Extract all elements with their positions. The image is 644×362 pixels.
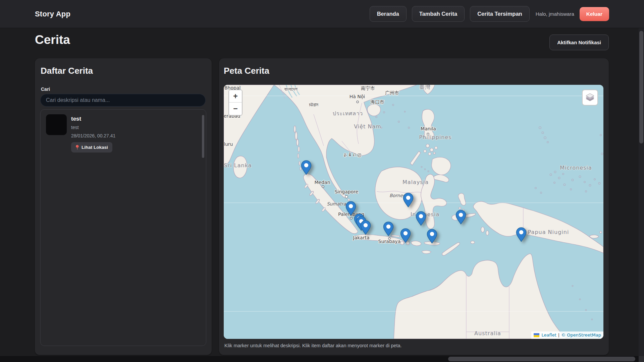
- app-title: Story App: [35, 10, 70, 18]
- story-title: test: [71, 116, 115, 122]
- map-label: Việt Nam: [354, 123, 381, 130]
- map-label: ประเทศลาว: [333, 110, 363, 117]
- map-label: Jakarta: [353, 235, 370, 240]
- map-label: Malaysia: [402, 179, 429, 185]
- city-dot: [357, 101, 359, 103]
- vertical-scrollbar[interactable]: [639, 28, 644, 356]
- story-date: 28/01/2026, 00.27.41: [71, 133, 115, 138]
- map-label: Sumatra: [327, 201, 346, 206]
- map-canvas: Bhopalerabadluruবাংলাদেশচট্টগ্রামHà Nội南…: [224, 85, 603, 339]
- map-label: 海口市: [370, 99, 384, 105]
- map-label: 广州市: [385, 90, 399, 96]
- map-panel: Peta Cerita: [219, 58, 609, 355]
- map-label: চট্টগ্রাম: [309, 102, 318, 107]
- map-label: Micronesia: [560, 165, 592, 171]
- map-label: ភ្នំពេញ: [343, 152, 362, 158]
- zoom-out-button[interactable]: −: [229, 103, 242, 115]
- map-label: Papua Niugini: [528, 229, 569, 235]
- vertical-scrollbar-thumb[interactable]: [639, 31, 643, 143]
- story-description: test: [71, 125, 115, 130]
- nav-beranda-button[interactable]: Beranda: [370, 6, 407, 22]
- map-layers-control[interactable]: [582, 89, 598, 106]
- map-label: Medan: [314, 180, 330, 185]
- story-list-panel: Daftar Cerita Cari test test 28/01/2026,…: [35, 58, 212, 355]
- horizontal-scrollbar-thumb[interactable]: [448, 357, 635, 361]
- story-list-title: Daftar Cerita: [41, 66, 93, 76]
- list-scrollbar-thumb[interactable]: [202, 115, 204, 158]
- enable-notifications-button[interactable]: Aktifkan Notifikasi: [549, 35, 609, 50]
- nav-tambah-cerita-button[interactable]: Tambah Cerita: [412, 6, 465, 22]
- map-label: 臺灣: [419, 85, 431, 90]
- ukraine-flag-icon: [534, 333, 539, 337]
- openstreetmap-link[interactable]: © OpenStreetMap: [561, 333, 601, 338]
- city-dot: [350, 217, 352, 219]
- story-map[interactable]: Bhopalerabadluruবাংলাদেশচট্টগ্রামHà Nội南…: [224, 85, 603, 339]
- map-label: Sri Lanka: [224, 162, 252, 169]
- scrollbar-corner: [639, 356, 644, 362]
- map-label: 南宁市: [361, 85, 375, 91]
- view-location-label: Lihat Lokasi: [82, 145, 108, 150]
- search-label: Cari: [41, 86, 50, 92]
- user-greeting: Halo, jmahiswara: [536, 11, 574, 17]
- story-list: test test 28/01/2026, 00.27.41 Lihat Lok…: [40, 109, 206, 346]
- story-item-body: test test 28/01/2026, 00.27.41 Lihat Lok…: [71, 114, 115, 153]
- nav-cerita-tersimpan-button[interactable]: Cerita Tersimpan: [470, 6, 530, 22]
- map-zoom-control: + −: [228, 89, 243, 116]
- leaflet-link[interactable]: Leaflet: [542, 333, 556, 338]
- map-attribution: Leaflet | © OpenStreetMap: [531, 331, 603, 339]
- city-dot: [322, 186, 324, 188]
- map-label: luru: [224, 141, 233, 147]
- app-header: Story App Beranda Tambah Cerita Cerita T…: [0, 0, 644, 28]
- map-hint-text: Klik marker untuk melihat deskripsi. Kli…: [224, 343, 402, 348]
- city-dot: [345, 195, 348, 198]
- layers-icon: [585, 93, 595, 102]
- location-pin-icon: [75, 145, 79, 150]
- map-label: বাংলাদেশ: [284, 86, 298, 92]
- map-label: Hà Nội: [350, 94, 365, 99]
- map-label: Australia: [474, 330, 501, 337]
- horizontal-scrollbar[interactable]: [0, 356, 639, 362]
- attribution-separator: |: [558, 333, 559, 338]
- story-list-item[interactable]: test test 28/01/2026, 00.27.41 Lihat Lok…: [41, 110, 206, 157]
- map-label: Philippines: [419, 134, 451, 140]
- map-label: Surabaya: [378, 239, 400, 244]
- map-label: Manila: [421, 126, 436, 131]
- map-label: Singapore: [335, 189, 359, 194]
- map-panel-title: Peta Cerita: [224, 66, 269, 76]
- view-location-button[interactable]: Lihat Lokasi: [71, 142, 112, 153]
- story-thumbnail: [46, 114, 67, 135]
- zoom-in-button[interactable]: +: [229, 90, 242, 103]
- page-title: Cerita: [35, 33, 70, 47]
- search-input[interactable]: [40, 94, 206, 107]
- logout-button[interactable]: Keluar: [580, 7, 609, 21]
